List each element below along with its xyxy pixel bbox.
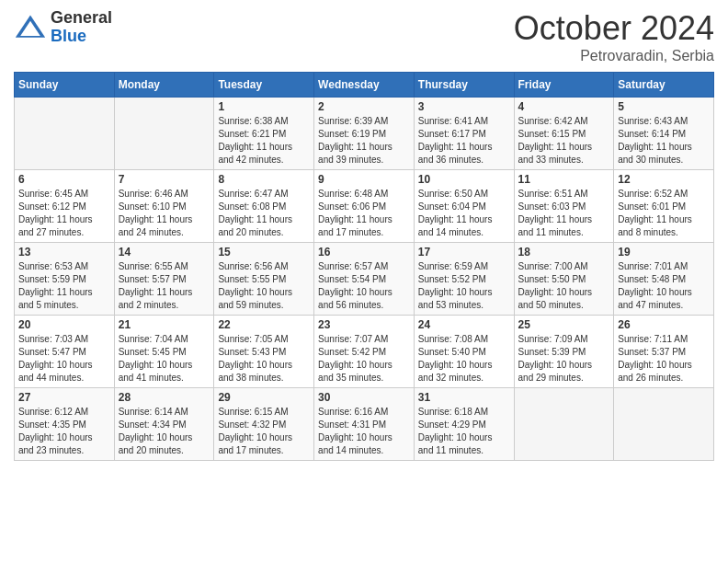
calendar-cell: 17Sunrise: 6:59 AMSunset: 5:52 PMDayligh… [414,243,514,316]
calendar-cell: 5Sunrise: 6:43 AMSunset: 6:14 PMDaylight… [614,98,714,170]
calendar-week-row: 1Sunrise: 6:38 AMSunset: 6:21 PMDaylight… [15,98,714,170]
day-info: Sunrise: 6:45 AMSunset: 6:12 PMDaylight:… [18,188,110,239]
day-number: 7 [119,173,210,186]
calendar-cell: 4Sunrise: 6:42 AMSunset: 6:15 PMDaylight… [514,98,614,170]
day-info: Sunrise: 6:43 AMSunset: 6:14 PMDaylight:… [618,115,710,167]
calendar-cell: 28Sunrise: 6:14 AMSunset: 4:34 PMDayligh… [114,388,214,461]
day-info: Sunrise: 6:59 AMSunset: 5:52 PMDaylight:… [418,260,510,312]
weekday-header: Wednesday [314,73,415,98]
calendar-cell: 8Sunrise: 6:47 AMSunset: 6:08 PMDaylight… [214,170,314,243]
logo-icon [14,11,47,44]
day-info: Sunrise: 7:03 AMSunset: 5:47 PMDaylight:… [18,333,110,385]
day-info: Sunrise: 6:51 AMSunset: 6:03 PMDaylight:… [518,188,610,239]
calendar-cell: 22Sunrise: 7:05 AMSunset: 5:43 PMDayligh… [214,316,314,388]
day-info: Sunrise: 6:38 AMSunset: 6:21 PMDaylight:… [218,115,310,167]
calendar-cell: 25Sunrise: 7:09 AMSunset: 5:39 PMDayligh… [514,316,614,388]
header: General Blue October 2024 Petrovaradin, … [14,9,714,64]
day-number: 17 [418,246,510,259]
calendar-cell: 19Sunrise: 7:01 AMSunset: 5:48 PMDayligh… [614,243,714,316]
day-number: 26 [618,318,710,331]
weekday-header: Tuesday [214,73,314,98]
day-number: 9 [318,173,410,186]
calendar-cell: 18Sunrise: 7:00 AMSunset: 5:50 PMDayligh… [514,243,614,316]
day-number: 11 [518,173,610,186]
calendar-table: SundayMondayTuesdayWednesdayThursdayFrid… [14,72,714,461]
logo: General Blue [14,9,112,46]
day-info: Sunrise: 6:46 AMSunset: 6:10 PMDaylight:… [119,188,210,239]
calendar-cell: 27Sunrise: 6:12 AMSunset: 4:35 PMDayligh… [15,388,115,461]
logo-blue: Blue [51,28,112,46]
day-info: Sunrise: 6:15 AMSunset: 4:32 PMDaylight:… [218,406,310,457]
calendar-cell [614,388,714,461]
weekday-header-row: SundayMondayTuesdayWednesdayThursdayFrid… [15,73,714,98]
calendar-cell: 2Sunrise: 6:39 AMSunset: 6:19 PMDaylight… [314,98,415,170]
calendar-week-row: 6Sunrise: 6:45 AMSunset: 6:12 PMDaylight… [15,170,714,243]
day-number: 6 [18,173,110,186]
day-number: 3 [418,100,510,113]
day-number: 13 [18,246,110,259]
day-info: Sunrise: 7:00 AMSunset: 5:50 PMDaylight:… [518,260,610,312]
day-info: Sunrise: 7:08 AMSunset: 5:40 PMDaylight:… [418,333,510,385]
day-number: 20 [18,318,110,331]
day-info: Sunrise: 7:05 AMSunset: 5:43 PMDaylight:… [218,333,310,385]
day-number: 28 [119,391,210,404]
calendar-cell: 7Sunrise: 6:46 AMSunset: 6:10 PMDaylight… [114,170,214,243]
day-info: Sunrise: 6:48 AMSunset: 6:06 PMDaylight:… [318,188,410,239]
calendar-cell: 26Sunrise: 7:11 AMSunset: 5:37 PMDayligh… [614,316,714,388]
calendar-cell: 24Sunrise: 7:08 AMSunset: 5:40 PMDayligh… [414,316,514,388]
logo-general: General [51,9,112,28]
day-number: 10 [418,173,510,186]
day-number: 31 [418,391,510,404]
day-info: Sunrise: 7:07 AMSunset: 5:42 PMDaylight:… [318,333,410,385]
day-info: Sunrise: 6:56 AMSunset: 5:55 PMDaylight:… [218,260,310,312]
day-number: 5 [618,100,710,113]
day-info: Sunrise: 6:16 AMSunset: 4:31 PMDaylight:… [318,406,410,457]
calendar-cell: 16Sunrise: 6:57 AMSunset: 5:54 PMDayligh… [314,243,415,316]
calendar-cell: 29Sunrise: 6:15 AMSunset: 4:32 PMDayligh… [214,388,314,461]
day-number: 22 [218,318,310,331]
day-number: 12 [618,173,710,186]
day-info: Sunrise: 6:42 AMSunset: 6:15 PMDaylight:… [518,115,610,167]
calendar-cell: 6Sunrise: 6:45 AMSunset: 6:12 PMDaylight… [15,170,115,243]
title-block: October 2024 Petrovaradin, Serbia [514,9,714,64]
day-info: Sunrise: 6:41 AMSunset: 6:17 PMDaylight:… [418,115,510,167]
weekday-header: Friday [514,73,614,98]
day-number: 29 [218,391,310,404]
day-number: 14 [119,246,210,259]
calendar-cell [514,388,614,461]
logo-text: General Blue [51,9,112,46]
calendar-cell: 9Sunrise: 6:48 AMSunset: 6:06 PMDaylight… [314,170,415,243]
day-number: 24 [418,318,510,331]
day-info: Sunrise: 7:04 AMSunset: 5:45 PMDaylight:… [119,333,210,385]
day-info: Sunrise: 6:39 AMSunset: 6:19 PMDaylight:… [318,115,410,167]
calendar-cell: 3Sunrise: 6:41 AMSunset: 6:17 PMDaylight… [414,98,514,170]
calendar-cell: 13Sunrise: 6:53 AMSunset: 5:59 PMDayligh… [15,243,115,316]
calendar-cell: 30Sunrise: 6:16 AMSunset: 4:31 PMDayligh… [314,388,415,461]
day-number: 4 [518,100,610,113]
day-number: 23 [318,318,410,331]
day-number: 27 [18,391,110,404]
day-info: Sunrise: 6:18 AMSunset: 4:29 PMDaylight:… [418,406,510,457]
day-number: 2 [318,100,410,113]
calendar-cell [15,98,115,170]
day-number: 18 [518,246,610,259]
calendar-cell: 31Sunrise: 6:18 AMSunset: 4:29 PMDayligh… [414,388,514,461]
day-info: Sunrise: 6:14 AMSunset: 4:34 PMDaylight:… [119,406,210,457]
day-info: Sunrise: 6:55 AMSunset: 5:57 PMDaylight:… [119,260,210,312]
calendar-cell: 20Sunrise: 7:03 AMSunset: 5:47 PMDayligh… [15,316,115,388]
calendar-cell: 23Sunrise: 7:07 AMSunset: 5:42 PMDayligh… [314,316,415,388]
day-number: 15 [218,246,310,259]
day-info: Sunrise: 6:52 AMSunset: 6:01 PMDaylight:… [618,188,710,239]
weekday-header: Sunday [15,73,115,98]
day-number: 1 [218,100,310,113]
day-number: 30 [318,391,410,404]
day-info: Sunrise: 7:01 AMSunset: 5:48 PMDaylight:… [618,260,710,312]
calendar-week-row: 13Sunrise: 6:53 AMSunset: 5:59 PMDayligh… [15,243,714,316]
day-info: Sunrise: 7:11 AMSunset: 5:37 PMDaylight:… [618,333,710,385]
day-info: Sunrise: 6:57 AMSunset: 5:54 PMDaylight:… [318,260,410,312]
location: Petrovaradin, Serbia [514,48,714,64]
month-title: October 2024 [514,9,714,48]
day-info: Sunrise: 6:47 AMSunset: 6:08 PMDaylight:… [218,188,310,239]
day-number: 19 [618,246,710,259]
calendar-cell: 11Sunrise: 6:51 AMSunset: 6:03 PMDayligh… [514,170,614,243]
